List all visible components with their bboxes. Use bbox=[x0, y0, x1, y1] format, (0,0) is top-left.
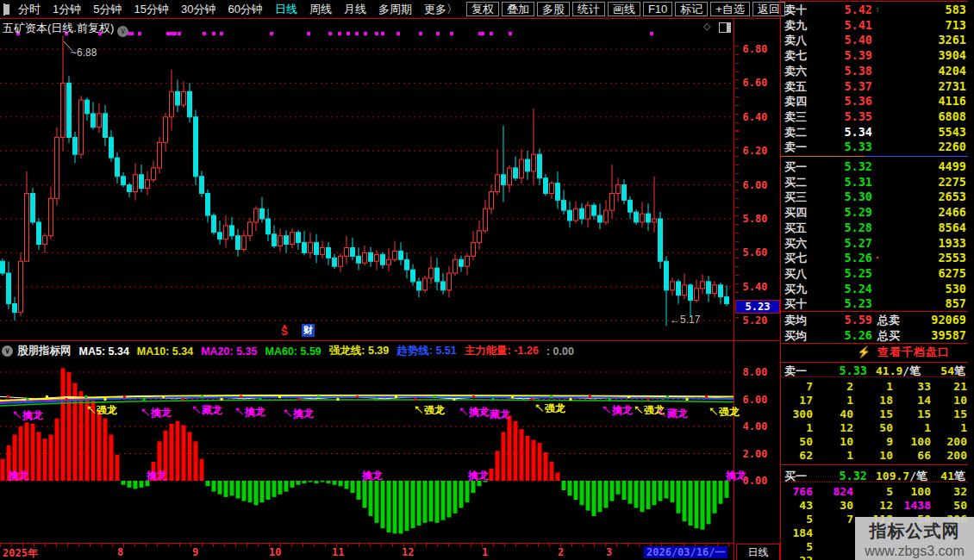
indicator-header: ∨ 股朋指标网 MA5: 5.34MA10: 5.34MA20: 5.35MA6… bbox=[2, 344, 582, 358]
menu-period-3[interactable]: 15分钟 bbox=[128, 2, 174, 17]
time-axis: 2025年89101112123 2026/03/16/一 bbox=[0, 543, 734, 560]
chevron-down-icon[interactable]: ∨ bbox=[2, 345, 13, 357]
layout-toggle-icon[interactable] bbox=[3, 3, 5, 16]
bid-level-row-9[interactable]: 买十5.23857 bbox=[781, 296, 968, 311]
signal-zero-label: 擒龙 bbox=[726, 469, 746, 483]
ask-trade-cell: 10 bbox=[927, 394, 967, 407]
time-axis-label: 2 bbox=[558, 546, 564, 558]
bid-level-row-1[interactable]: 买二5.312275 bbox=[781, 175, 968, 190]
chevron-down-icon[interactable]: ∨ bbox=[117, 26, 128, 37]
period-menu: 分时1分钟5分钟15分钟30分钟60分钟日线周线月线多周期更多〉 bbox=[12, 2, 464, 17]
time-axis-label: 11 bbox=[332, 546, 344, 558]
menu-period-5[interactable]: 60分钟 bbox=[222, 2, 268, 17]
bid-level-row-5[interactable]: 买六5.271933 bbox=[781, 236, 968, 251]
bid-level-row-6[interactable]: 买七5.262553▪ bbox=[781, 251, 968, 265]
candlestick-chart[interactable]: 五矿资本(日线.前复权)∨ ~6.88 ←5.17 ▲S 财 ◇ bbox=[0, 19, 734, 340]
signal-zero-label: 擒龙 bbox=[468, 469, 489, 483]
indicator-value-5: 趋势线: 5.51 bbox=[396, 344, 456, 358]
ask-trade-cell: 62 bbox=[773, 449, 813, 462]
ask-level-row-3[interactable]: 卖七5.393904 bbox=[781, 48, 968, 63]
bid-level-row-7[interactable]: 买八5.256275 bbox=[781, 266, 968, 281]
menu-period-6[interactable]: 日线 bbox=[269, 2, 303, 17]
bid-trade-cell: 5 bbox=[853, 485, 893, 498]
indicator-panel[interactable]: ∨ 股朋指标网 MA5: 5.34MA10: 5.34MA20: 5.35MA6… bbox=[0, 343, 734, 543]
menu-period-4[interactable]: 30分钟 bbox=[175, 2, 222, 17]
menu-tool-4[interactable]: 画线 bbox=[608, 2, 640, 16]
signal-label-藏龙: ↖藏龙 bbox=[479, 408, 510, 422]
ask-level-row-8[interactable]: 卖二5.345543 bbox=[781, 125, 968, 140]
bid-level-row-4[interactable]: 买五5.288564 bbox=[781, 221, 968, 235]
signal-zero-label: 擒龙 bbox=[147, 469, 167, 483]
ask-trade-cell: 15 bbox=[891, 408, 931, 420]
indicator-value-6: 主力能量: -1.26 bbox=[465, 344, 539, 358]
menu-tool-7[interactable]: +自选 bbox=[710, 2, 750, 16]
lightning-icon: ⚡ bbox=[857, 344, 871, 361]
price-axis-label: 6.20 bbox=[734, 145, 776, 157]
bid-level-row-0[interactable]: 买一5.324499 bbox=[781, 159, 968, 174]
bid-ask-divider bbox=[781, 156, 968, 157]
price-axis-label: 5.80 bbox=[734, 213, 776, 225]
ask-level-row-7[interactable]: 卖三5.356808 bbox=[781, 109, 968, 124]
indicator-axis-label: 2.00 bbox=[734, 448, 776, 460]
price-axis-label: 5.60 bbox=[734, 246, 776, 258]
signal-label-擒龙: ↖擒龙 bbox=[283, 407, 314, 421]
bid-level-row-2[interactable]: 买三5.302653 bbox=[781, 190, 968, 204]
menu-period-9[interactable]: 多周期 bbox=[372, 2, 418, 17]
signal-label-强龙: ↖强龙 bbox=[414, 403, 445, 418]
ask-trade-cell: 66 bbox=[891, 449, 931, 462]
ask-trade-cell: 18 bbox=[853, 394, 893, 407]
wealth-cai-icon[interactable]: 财 bbox=[302, 324, 315, 337]
ask-level-row-5[interactable]: 卖五5.372731 bbox=[781, 79, 968, 94]
menu-period-10[interactable]: 更多〉 bbox=[418, 2, 464, 17]
menu-tool-0[interactable]: 复权 bbox=[466, 2, 499, 16]
menu-period-2[interactable]: 5分钟 bbox=[87, 2, 128, 17]
bid-level-row-3[interactable]: 买四5.292466 bbox=[781, 205, 968, 220]
time-axis-label: 8 bbox=[117, 546, 123, 558]
signal-zero-label: 擒龙 bbox=[9, 469, 29, 483]
time-axis-label: 3 bbox=[606, 546, 612, 558]
chart-title: 五矿资本(日线.前复权)∨ bbox=[3, 21, 128, 37]
time-axis-label: 12 bbox=[402, 546, 414, 558]
bid-trade-cell: 32 bbox=[927, 485, 967, 498]
bid-level-row-8[interactable]: 买九5.24530 bbox=[781, 282, 968, 296]
ask-level-row-0[interactable]: 卖十5.42583↕ bbox=[781, 3, 968, 17]
ask-level-row-4[interactable]: 卖六5.384204 bbox=[781, 64, 968, 78]
ask-level-row-2[interactable]: 卖八5.403261 bbox=[781, 33, 968, 47]
bid-trade-cell: 824 bbox=[814, 485, 853, 498]
buy-average-row: 买均 5.26 总买 39587 bbox=[781, 328, 968, 343]
split-pane-icon[interactable] bbox=[719, 22, 731, 33]
menu-tool-1[interactable]: 叠加 bbox=[502, 2, 534, 16]
indicator-axis-label: 6.00 bbox=[734, 394, 776, 406]
menu-period-1[interactable]: 1分钟 bbox=[47, 2, 87, 17]
level2-button[interactable]: ⚡ 查看千档盘口 bbox=[781, 343, 968, 363]
ask-trade-cell: 33 bbox=[891, 380, 931, 393]
ask-trade-cell: 2 bbox=[814, 380, 853, 393]
menu-tool-6[interactable]: 标记 bbox=[675, 2, 708, 16]
signal-label-强龙: ↖强龙 bbox=[86, 403, 117, 418]
menu-period-7[interactable]: 周线 bbox=[303, 2, 338, 17]
menu-tool-2[interactable]: 多股 bbox=[537, 2, 570, 16]
menu-period-8[interactable]: 月线 bbox=[338, 2, 372, 17]
ask-trade-cell: 1 bbox=[814, 394, 853, 407]
price-axis-label: 6.40 bbox=[734, 111, 776, 123]
ask-level-row-1[interactable]: 卖九5.41713 bbox=[781, 18, 968, 33]
indicator-value-3: MA60: 5.59 bbox=[265, 345, 321, 358]
menu-period-0[interactable]: 分时 bbox=[12, 2, 47, 17]
price-axis-label: 5.40 bbox=[734, 281, 776, 293]
ask-trade-cell: 10 bbox=[853, 449, 893, 462]
ask-level-row-6[interactable]: 卖四5.364116 bbox=[781, 94, 968, 109]
menu-tool-3[interactable]: 统计 bbox=[572, 2, 605, 16]
diamond-icon[interactable]: ◇ bbox=[703, 21, 710, 32]
indicator-value-4: 强龙线: 5.39 bbox=[329, 344, 389, 358]
price-axis-label: 5.20 bbox=[734, 314, 776, 327]
top-menu-bar: 分时1分钟5分钟15分钟30分钟60分钟日线周线月线多周期更多〉 复权叠加多股统… bbox=[0, 0, 780, 19]
price-axis-label: 6.80 bbox=[734, 43, 776, 55]
ask-trade-cell: 15 bbox=[853, 408, 893, 420]
ask-trade-cell: 1 bbox=[927, 421, 967, 434]
right-border-gap bbox=[968, 0, 974, 560]
ask-level-row-9[interactable]: 卖一5.332260 bbox=[781, 140, 968, 154]
ask-trade-cell: 50 bbox=[773, 435, 813, 448]
bid-trade-cell: 50 bbox=[927, 499, 967, 512]
cursor-date-tag: 2026/03/16/一 bbox=[644, 546, 727, 558]
menu-tool-5[interactable]: F10 bbox=[643, 2, 672, 16]
